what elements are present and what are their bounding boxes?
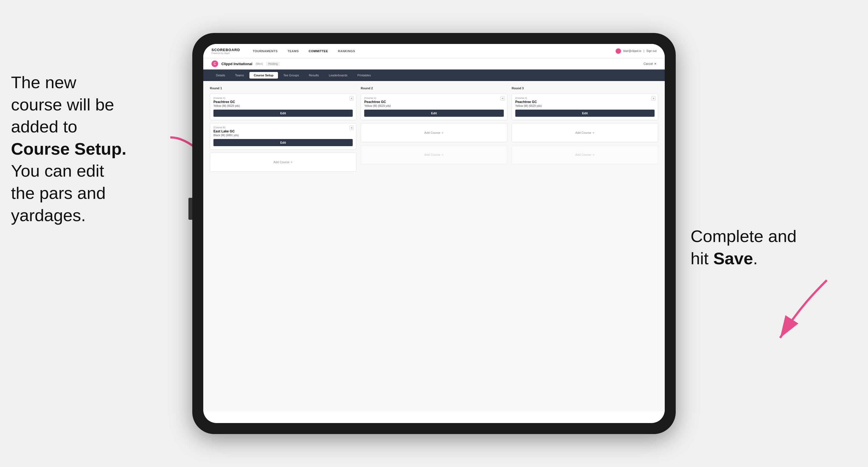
round2-course-a-delete[interactable]: ✕ <box>500 96 505 100</box>
round1-course-a-details: Yellow (M) (6629 yds) <box>213 104 353 107</box>
round3-course-a-edit[interactable]: Edit <box>515 110 655 117</box>
round-1-label: Round 1 <box>210 87 356 90</box>
right-arrow <box>766 275 843 346</box>
add-course-plus-r2-active: + <box>441 130 444 135</box>
add-course-plus-r2-disabled: + <box>441 152 444 157</box>
round1-course-a-tag: (Course A) <box>213 97 353 99</box>
sign-out-link[interactable]: Sign out <box>646 50 656 53</box>
round1-course-a-card: ✕ (Course A) Peachtree GC Yellow (M) (66… <box>210 94 356 120</box>
round2-course-a-edit[interactable]: Edit <box>364 110 503 117</box>
logo-title: SCOREBOARD <box>212 48 240 52</box>
round3-add-course-text-disabled: Add Course + <box>575 152 594 157</box>
round1-add-course[interactable]: Add Course + <box>210 152 356 172</box>
nav-right: blair@clippd.io | Sign out <box>616 48 656 54</box>
tournament-badge: Hosting <box>266 62 280 66</box>
round2-add-course-active[interactable]: Add Course + <box>361 123 507 142</box>
round2-course-a-tag: (Course A) <box>364 97 503 99</box>
round2-add-course-text-disabled: Add Course + <box>424 152 444 157</box>
tab-results[interactable]: Results <box>304 72 323 79</box>
main-content: Round 1 ✕ (Course A) Peachtree GC Yellow… <box>203 81 665 411</box>
round1-course-b-edit[interactable]: Edit <box>213 139 353 146</box>
nav-committee[interactable]: COMMITTEE <box>309 50 328 53</box>
left-annotation: The new course will be added to Course S… <box>11 71 126 226</box>
round3-course-a-tag: (Course A) <box>515 97 655 99</box>
tab-leaderboards[interactable]: Leaderboards <box>324 72 352 79</box>
round1-course-b-name: East Lake GC <box>213 129 353 133</box>
round2-course-a-name: Peachtree GC <box>364 100 503 104</box>
round3-add-course-text-active: Add Course + <box>575 130 594 135</box>
round3-course-a-details: Yellow (M) (6629 yds) <box>515 104 655 107</box>
cancel-icon: ✕ <box>654 62 656 66</box>
right-line2: hit Save. <box>690 249 758 268</box>
round-3-col: Round 3 ✕ (Course A) Peachtree GC Yellow… <box>512 87 658 172</box>
round1-add-course-text: Add Course + <box>274 160 293 164</box>
add-course-plus-r1: + <box>290 160 293 164</box>
sub-header: C Clippd Invitational (Men) Hosting Canc… <box>203 58 665 69</box>
tab-course-setup[interactable]: Course Setup <box>249 72 278 79</box>
round1-course-b-details: Black (M) (6891 yds) <box>213 134 353 137</box>
round2-add-course-text-active: Add Course + <box>424 130 444 135</box>
nav-rankings[interactable]: RANKINGS <box>338 50 355 53</box>
right-end-text: . <box>753 249 758 268</box>
annotation-line4: Course Setup. <box>11 139 126 158</box>
round3-course-a-card: ✕ (Course A) Peachtree GC Yellow (M) (66… <box>512 94 658 120</box>
add-course-label-r3-active: Add Course <box>575 131 591 134</box>
round3-add-course-active[interactable]: Add Course + <box>512 123 658 142</box>
round3-add-course-disabled: Add Course + <box>512 145 658 164</box>
annotation-line7: yardages. <box>11 206 86 225</box>
round2-course-a-card: ✕ (Course A) Peachtree GC Yellow (M) (66… <box>361 94 507 120</box>
scoreboard-logo: SCOREBOARD Powered by clippd <box>212 48 240 54</box>
cancel-label: Cancel <box>644 62 653 65</box>
round-2-label: Round 2 <box>361 87 507 90</box>
tab-teams[interactable]: Teams <box>231 72 248 79</box>
user-email: blair@clippd.io <box>623 50 641 53</box>
rounds-grid: Round 1 ✕ (Course A) Peachtree GC Yellow… <box>210 87 658 172</box>
tab-details[interactable]: Details <box>212 72 229 79</box>
right-save-text: Save <box>713 249 753 268</box>
annotation-line6: the pars and <box>11 184 106 203</box>
add-course-plus-r3-disabled: + <box>592 152 594 157</box>
right-annotation: Complete and hit Save. <box>690 225 797 270</box>
round-1-col: Round 1 ✕ (Course A) Peachtree GC Yellow… <box>210 87 356 172</box>
user-avatar <box>616 48 621 54</box>
add-course-label-r2-disabled: Add Course <box>424 153 440 156</box>
round1-course-b-card: ✕ (Course B) East Lake GC Black (M) (689… <box>210 123 356 150</box>
tabs-bar: Details Teams Course Setup Tee Groups Re… <box>203 69 665 81</box>
round1-course-a-delete[interactable]: ✕ <box>349 96 354 100</box>
round1-course-b-tag: (Course B) <box>213 126 353 129</box>
annotation-line5: You can edit <box>11 161 104 180</box>
annotation-line2: course will be <box>11 95 114 114</box>
top-nav: SCOREBOARD Powered by clippd TOURNAMENTS… <box>203 44 665 58</box>
round1-course-b-delete[interactable]: ✕ <box>349 126 354 130</box>
logo-sub: Powered by clippd <box>212 52 240 54</box>
tablet-side-button <box>188 198 192 220</box>
round3-course-a-delete[interactable]: ✕ <box>651 96 656 100</box>
tablet-device: SCOREBOARD Powered by clippd TOURNAMENTS… <box>192 33 676 434</box>
add-course-label-r2-active: Add Course <box>424 131 440 134</box>
nav-teams[interactable]: TEAMS <box>288 50 299 53</box>
tab-printables[interactable]: Printables <box>353 72 375 79</box>
logo-letter: C <box>214 62 216 66</box>
cancel-button[interactable]: Cancel ✕ <box>644 62 656 66</box>
add-course-label-r3-disabled: Add Course <box>575 153 591 156</box>
tab-tee-groups[interactable]: Tee Groups <box>279 72 304 79</box>
tournament-logo: C <box>212 60 218 67</box>
round-3-label: Round 3 <box>512 87 658 90</box>
add-course-plus-r3-active: + <box>592 130 594 135</box>
tournament-gender: (Men) <box>256 62 263 65</box>
tablet-screen: SCOREBOARD Powered by clippd TOURNAMENTS… <box>203 44 665 423</box>
annotation-line1: The new <box>11 73 76 92</box>
add-course-label-r1: Add Course <box>274 160 289 164</box>
round-2-col: Round 2 ✕ (Course A) Peachtree GC Yellow… <box>361 87 507 172</box>
nav-separator: | <box>644 50 644 53</box>
round3-course-a-name: Peachtree GC <box>515 100 655 104</box>
right-line1: Complete and <box>690 227 797 246</box>
tournament-title: Clippd Invitational <box>221 62 252 66</box>
round2-add-course-disabled: Add Course + <box>361 145 507 164</box>
round2-course-a-details: Yellow (M) (6629 yds) <box>364 104 503 107</box>
right-hit-text: hit <box>690 249 713 268</box>
round1-course-a-edit[interactable]: Edit <box>213 110 353 117</box>
annotation-line3: added to <box>11 117 77 136</box>
round1-course-a-name: Peachtree GC <box>213 100 353 104</box>
nav-tournaments[interactable]: TOURNAMENTS <box>253 50 278 53</box>
